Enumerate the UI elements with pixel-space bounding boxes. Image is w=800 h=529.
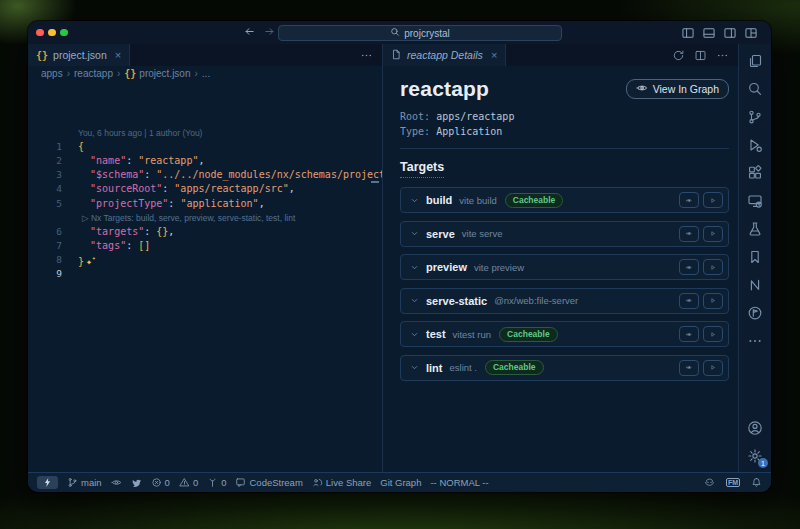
cacheable-badge: Cacheable <box>499 327 558 342</box>
statusbar-label: 0 <box>193 477 198 488</box>
toggle-primary-sidebar-button[interactable] <box>681 26 695 40</box>
target-row-lint[interactable]: linteslint .Cacheable <box>400 355 729 381</box>
view-target-button[interactable] <box>679 360 699 376</box>
activitybar-bookmarks[interactable] <box>739 243 771 271</box>
code-line: 1{ <box>28 140 382 154</box>
statusbar-blame-toggle[interactable] <box>111 477 122 488</box>
run-target-button[interactable] <box>703 293 723 309</box>
chevron-down-icon[interactable] <box>409 262 420 273</box>
eye-icon <box>111 477 122 488</box>
minimize-window-button[interactable] <box>48 29 56 37</box>
view-in-graph-button[interactable]: View In Graph <box>626 79 729 99</box>
target-command: @nx/web:file-server <box>494 295 578 306</box>
statusbar-live-share[interactable]: Live Share <box>312 477 371 488</box>
breadcrumb-separator: › <box>67 68 70 79</box>
status-bar-right: FM <box>704 477 762 488</box>
breadcrumb-item-project-json[interactable]: {}project.json <box>124 68 190 79</box>
statusbar-fm-indicator[interactable]: FM <box>726 478 740 487</box>
chevron-down-icon[interactable] <box>409 295 420 306</box>
zoom-window-button[interactable] <box>60 29 68 37</box>
statusbar-problems-errors[interactable]: 0 <box>151 477 170 488</box>
target-row-build[interactable]: buildvite buildCacheable <box>400 187 729 213</box>
activitybar-manage[interactable]: 1 <box>739 442 771 470</box>
code-editor[interactable]: You, 6 hours ago | 1 author (You)1{2 "na… <box>28 81 382 472</box>
toggle-panel-button[interactable] <box>702 26 716 40</box>
chevron-down-icon[interactable] <box>409 362 420 373</box>
view-target-button[interactable] <box>679 293 699 309</box>
statusbar-copilot-status[interactable] <box>704 477 715 488</box>
statusbar-problems-warnings[interactable]: 0 <box>179 477 198 488</box>
toggle-secondary-sidebar-button[interactable] <box>723 26 737 40</box>
chevron-down-icon[interactable] <box>409 228 420 239</box>
run-target-button[interactable] <box>703 226 723 242</box>
activitybar-testing[interactable] <box>739 215 771 243</box>
statusbar-vim-mode[interactable]: -- NORMAL -- <box>430 477 488 488</box>
run-target-button[interactable] <box>703 192 723 208</box>
target-command: eslint . <box>450 362 477 373</box>
bolt-icon <box>42 477 53 488</box>
view-target-button[interactable] <box>679 326 699 342</box>
target-row-preview[interactable]: previewvite preview <box>400 254 729 280</box>
code-line: 3 "$schema": "../../node_modules/nx/sche… <box>28 168 382 182</box>
target-row-serve[interactable]: servevite serve <box>400 221 729 247</box>
more-actions-button[interactable] <box>716 49 729 62</box>
activitybar-source-control[interactable] <box>739 103 771 131</box>
customize-layout-button[interactable] <box>744 26 758 40</box>
editor-overflow-button[interactable] <box>360 49 373 62</box>
target-row-serve-static[interactable]: serve-static@nx/web:file-server <box>400 288 729 314</box>
divider <box>400 148 729 149</box>
statusbar-tree-counter[interactable]: 0 <box>207 477 226 488</box>
close-icon[interactable]: × <box>491 50 497 61</box>
nx-targets-codelens[interactable]: ▷ Nx Targets: build, serve, preview, ser… <box>78 211 295 225</box>
statusbar-label: 0 <box>221 477 226 488</box>
code-line: 2 "name": "reactapp", <box>28 154 382 168</box>
activitybar-run-and-debug[interactable] <box>739 131 771 159</box>
statusbar-git-graph[interactable]: Git Graph <box>380 477 421 488</box>
view-target-button[interactable] <box>679 226 699 242</box>
chevron-down-icon[interactable] <box>409 195 420 206</box>
breadcrumb-item--[interactable]: ... <box>202 68 210 79</box>
close-window-button[interactable] <box>36 29 44 37</box>
back-arrow-icon[interactable] <box>243 24 256 42</box>
statusbar-codestream[interactable]: CodeStream <box>235 477 302 488</box>
activitybar-search[interactable] <box>739 75 771 103</box>
activitybar-extensions[interactable] <box>739 159 771 187</box>
statusbar-bird-extension[interactable] <box>131 477 142 488</box>
statusbar-remote-indicator[interactable] <box>37 476 58 489</box>
activitybar-additional-views[interactable] <box>739 327 771 355</box>
code-text: }✦✦ <box>78 251 96 269</box>
target-command: vite build <box>459 195 497 206</box>
trident-icon <box>207 477 218 488</box>
activitybar-remote-explorer[interactable] <box>739 187 771 215</box>
close-icon[interactable]: × <box>115 50 121 61</box>
chevron-down-icon[interactable] <box>409 329 420 340</box>
activitybar-accounts[interactable] <box>739 414 771 442</box>
statusbar-git-branch[interactable]: main <box>67 477 102 488</box>
target-actions <box>679 293 723 309</box>
activitybar-nx-console[interactable] <box>739 271 771 299</box>
tab-project-json[interactable]: {} project.json × <box>28 44 130 66</box>
tab-reactapp-details[interactable]: reactapp Details × <box>383 44 506 66</box>
run-target-button[interactable] <box>703 360 723 376</box>
breadcrumb-item-apps[interactable]: apps <box>41 68 63 79</box>
view-target-button[interactable] <box>679 192 699 208</box>
code-line: You, 6 hours ago | 1 author (You) <box>28 126 382 140</box>
refresh-button[interactable] <box>672 49 685 62</box>
target-row-test[interactable]: testvitest runCacheable <box>400 321 729 347</box>
split-editor-button[interactable] <box>694 49 707 62</box>
command-center-search[interactable]: projcrystal <box>278 25 562 41</box>
line-number: 4 <box>28 182 62 196</box>
view-in-graph-label: View In Graph <box>653 83 719 95</box>
breadcrumb-item-reactapp[interactable]: reactapp <box>74 68 113 79</box>
forward-arrow-icon[interactable] <box>263 24 276 42</box>
target-name: test <box>426 328 446 340</box>
target-command: vitest run <box>453 329 492 340</box>
editor-actions-left <box>360 44 382 66</box>
activitybar-pennant-view[interactable] <box>739 299 771 327</box>
root-label: Root: <box>400 111 430 122</box>
run-target-button[interactable] <box>703 326 723 342</box>
statusbar-notifications-bell[interactable] <box>751 477 762 488</box>
activitybar-explorer[interactable] <box>739 47 771 75</box>
run-target-button[interactable] <box>703 259 723 275</box>
view-target-button[interactable] <box>679 259 699 275</box>
